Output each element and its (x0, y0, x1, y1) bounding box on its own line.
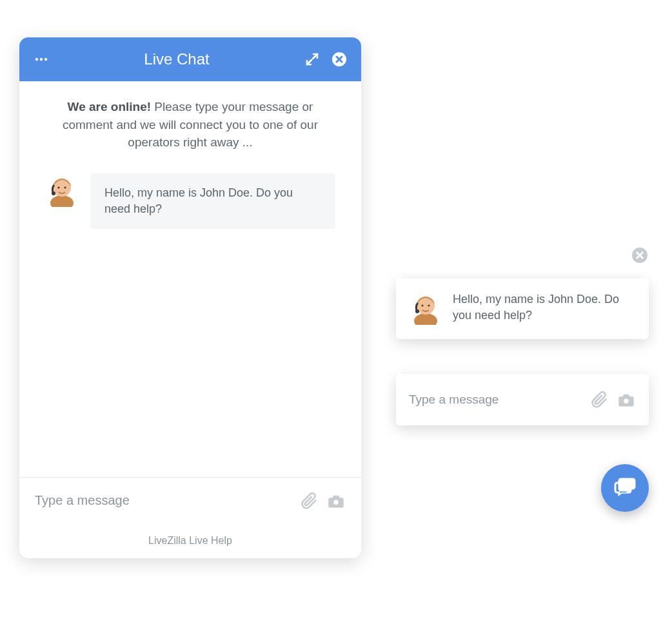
mini-attachment-icon[interactable] (588, 389, 610, 411)
operator-message-bubble: Hello, my name is John Doe. Do you need … (90, 173, 335, 229)
toast-message: Hello, my name is John Doe. Do you need … (453, 291, 633, 324)
svg-point-0 (35, 58, 38, 61)
chat-footer-brand[interactable]: LiveZilla Live Help (19, 523, 361, 558)
chat-body: We are online! Please type your message … (19, 81, 361, 229)
chat-input-bar (19, 477, 361, 523)
attachment-icon[interactable] (298, 490, 320, 512)
svg-point-6 (53, 179, 71, 197)
toast-close-icon[interactable] (629, 245, 650, 266)
mini-message-input[interactable] (408, 392, 583, 407)
svg-point-18 (624, 399, 628, 404)
svg-point-10 (333, 500, 338, 504)
expand-icon[interactable] (302, 49, 322, 70)
more-options-icon[interactable] (31, 49, 52, 70)
message-input[interactable] (34, 492, 293, 509)
svg-point-14 (417, 297, 435, 315)
chat-header: Live Chat (19, 37, 361, 81)
close-icon[interactable] (329, 49, 350, 70)
svg-point-1 (40, 58, 43, 61)
welcome-bold: We are online! (68, 100, 152, 113)
camera-icon[interactable] (325, 490, 347, 512)
svg-point-8 (64, 186, 66, 188)
mini-camera-icon[interactable] (615, 389, 637, 411)
welcome-message: We are online! Please type your message … (45, 98, 335, 151)
svg-point-2 (44, 58, 47, 61)
operator-avatar (45, 173, 79, 207)
chat-window: Live Chat We are online! Please type you… (19, 37, 361, 558)
svg-point-15 (421, 304, 423, 306)
chat-bubble-icon (613, 475, 637, 501)
operator-message-row: Hello, my name is John Doe. Do you need … (45, 173, 335, 229)
chat-toast[interactable]: Hello, my name is John Doe. Do you need … (396, 278, 649, 339)
chat-fab-button[interactable] (601, 464, 649, 512)
toast-operator-avatar (409, 291, 442, 325)
mini-input-bar (396, 374, 649, 425)
svg-point-16 (428, 304, 430, 306)
svg-point-7 (57, 186, 59, 188)
chat-title: Live Chat (52, 50, 302, 68)
svg-point-9 (52, 191, 55, 195)
svg-point-17 (415, 309, 419, 313)
